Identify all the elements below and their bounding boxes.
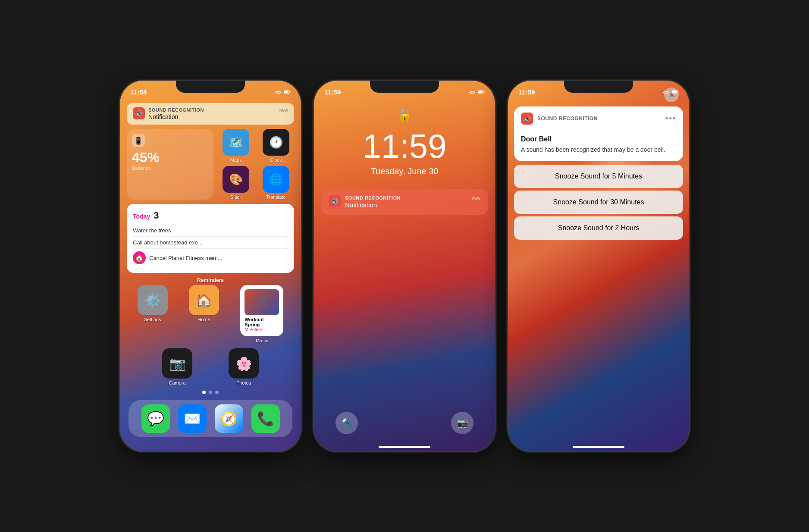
battery-label: Batteries (132, 166, 208, 171)
svg-rect-6 (484, 91, 484, 93)
svg-rect-10 (678, 91, 678, 93)
snooze-5-minutes-button[interactable]: Snooze Sound for 5 Minutes (514, 165, 683, 188)
home-app[interactable]: 🏠 Home (189, 285, 219, 343)
lock-notification[interactable]: 🔊 SOUND RECOGNITION now Notification (321, 189, 488, 215)
music-widget-container[interactable]: 🎵 Workout Spring M Potuck Music (240, 285, 283, 343)
page-dot-3 (215, 391, 219, 394)
notch (176, 81, 245, 93)
battery-percent: 45% (132, 150, 208, 166)
reminders-widget[interactable]: Today 3 Water the trees Call about homes… (127, 204, 294, 273)
clock-label: Clock (270, 157, 282, 163)
lock-screen-content: 🔓 11:59 Tuesday, June 30 🔊 SOUND RECOGNI… (314, 100, 495, 451)
home-app-icon: 🏠 (189, 285, 219, 315)
snooze-30-minutes-button[interactable]: Snooze Sound for 30 Minutes (514, 191, 683, 214)
reminders-count: 3 (154, 210, 159, 221)
phone2: 11:59 🔓 11:59 Tuesday, June 30 🔊 SOUND R… (314, 81, 495, 451)
expanded-notif-header: 🔊 SOUND RECOGNITION ••• (514, 106, 683, 129)
battery-icon-3 (672, 89, 679, 94)
lock-notif-body: SOUND RECOGNITION now Notification (345, 195, 480, 209)
battery-icon-2 (478, 89, 485, 94)
svg-rect-3 (284, 91, 288, 93)
app-grid-row2: 📷 Camera 🌸 Photos (127, 348, 294, 385)
camera-label: Camera (169, 380, 185, 385)
status-icons (275, 89, 291, 94)
home-indicator-3 (573, 446, 624, 448)
reminder-item-1: Water the trees (133, 225, 288, 237)
flashlight-button[interactable]: 🔦 (336, 412, 358, 434)
settings-app[interactable]: ⚙️ Settings (138, 285, 168, 343)
settings-icon: ⚙️ (138, 285, 168, 315)
phone-dock-icon[interactable]: 📞 (251, 404, 280, 433)
slack-label: Slack (230, 194, 242, 200)
snooze-2-hours-button[interactable]: Snooze Sound for 2 Hours (514, 216, 683, 240)
expanded-notif-app-name: SOUND RECOGNITION (537, 116, 665, 122)
lock-time: 11:59 (362, 129, 446, 163)
music-widget: 🎵 Workout Spring M Potuck (240, 285, 283, 336)
maps-app[interactable]: 🗺️ Maps (218, 129, 254, 163)
lock-icon: 🔓 (397, 108, 412, 122)
page-dot-1 (202, 391, 206, 394)
reminder-item-3: 🏠 Cancel Planet Fitness mem... (133, 249, 288, 267)
notch-2 (370, 81, 439, 93)
notification-banner[interactable]: 🔊 SOUND RECOGNITION now Notification (127, 103, 294, 125)
translate-icon: 🌐 (263, 166, 289, 193)
slack-app[interactable]: 🎨 Slack (218, 166, 254, 200)
camera-button[interactable]: 📷 (451, 412, 473, 434)
battery-icon (284, 89, 291, 94)
expanded-notif-app-icon: 🔊 (521, 113, 533, 125)
lock-notif-app: SOUND RECOGNITION (345, 195, 401, 200)
home-app-label: Home (198, 317, 210, 322)
notification-app-name: SOUND RECOGNITION (148, 107, 204, 113)
photos-label: Photos (236, 380, 251, 385)
status-icons-2 (469, 89, 485, 94)
page-dots (127, 391, 294, 394)
sound-recognition-icon: 🔊 (133, 107, 145, 119)
notch-3 (564, 81, 633, 93)
photos-app[interactable]: 🌸 Photos (229, 348, 259, 385)
camera-app[interactable]: 📷 Camera (162, 348, 192, 385)
lock-notif-message: Notification (345, 201, 480, 209)
maps-label: Maps (230, 157, 242, 163)
expanded-notif-title: Door Bell (521, 135, 676, 143)
phone3: 11:59 ✕ 🔊 SOUND RECOGNITION ••• Door Bel… (508, 81, 689, 451)
app-icons-widget: 🗺️ Maps 🕐 Clock 🎨 Slack 🌐 Translate (218, 129, 294, 200)
battery-widget[interactable]: 📱 45% Batteries (127, 129, 213, 200)
clock-app[interactable]: 🕐 Clock (258, 129, 295, 163)
status-time-3: 11:59 (518, 88, 535, 96)
notification-time: now (279, 107, 288, 113)
music-artwork: 🎵 (245, 289, 279, 315)
slack-icon: 🎨 (223, 166, 249, 193)
svg-rect-2 (290, 91, 290, 93)
reminders-section-label: Reminders (127, 277, 294, 283)
svg-rect-11 (672, 91, 677, 93)
app-grid-row1: ⚙️ Settings 🏠 Home 🎵 Workout Spring M Po… (127, 285, 294, 343)
safari-dock-icon[interactable]: 🧭 (215, 404, 243, 433)
translate-label: Translate (266, 194, 285, 200)
reminder-item-2: Call about homestead exe... (133, 237, 288, 249)
settings-label: Settings (144, 317, 161, 322)
expanded-notif-menu-dots[interactable]: ••• (665, 114, 676, 123)
mail-dock-icon[interactable]: ✉️ (178, 404, 207, 433)
reminder-home-icon: 🏠 (133, 251, 146, 264)
music-label: Music (256, 338, 268, 343)
status-time-2: 11:59 (324, 88, 341, 96)
wifi-icon-3 (663, 89, 670, 94)
status-time: 11:58 (130, 88, 147, 96)
phone1: 11:58 🔊 SOUND RECOGNITION now Notificati… (120, 81, 301, 451)
battery-widget-icon: 📱 (132, 134, 145, 147)
reminder-item-3-text: Cancel Planet Fitness mem... (149, 255, 223, 261)
reminders-today-label: Today (133, 213, 150, 220)
expanded-notif-body: Door Bell A sound has been recognized th… (514, 129, 683, 161)
home-screen-content: 🔊 SOUND RECOGNITION now Notification 📱 4 (120, 100, 301, 451)
svg-rect-7 (478, 91, 483, 93)
home-indicator-2 (379, 446, 430, 448)
wifi-icon-2 (469, 89, 476, 94)
notification-message: Notification (148, 113, 288, 120)
messages-dock-icon[interactable]: 💬 (141, 404, 170, 433)
notification-body: SOUND RECOGNITION now Notification (148, 107, 288, 120)
lock-notif-icon: 🔊 (329, 195, 341, 207)
expanded-notification-card: 🔊 SOUND RECOGNITION ••• Door Bell A soun… (514, 106, 683, 161)
translate-app[interactable]: 🌐 Translate (258, 166, 295, 200)
photos-icon: 🌸 (229, 348, 259, 379)
lock-bottom-controls: 🔦 📷 (314, 412, 495, 434)
